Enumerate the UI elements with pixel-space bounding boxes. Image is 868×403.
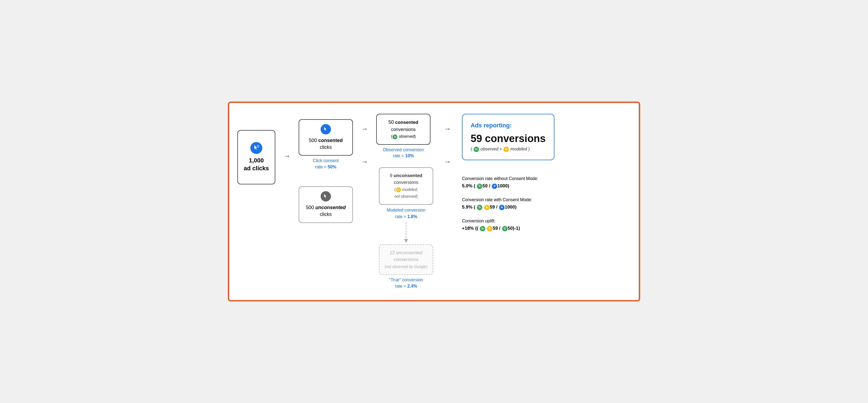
not-observed-count: 12 — [390, 250, 395, 255]
not-observed-conv-box: 12 unconsented conversions (not observed… — [379, 244, 433, 275]
arrow-to-unconsented-conv: → — [358, 157, 371, 166]
arrow-to-ads-lower: → — [441, 157, 454, 166]
consented-type: consented — [318, 138, 343, 143]
obs-rate-value: 10% — [405, 153, 414, 158]
stats-section: Conversion rate without Consent Mode: 5.… — [462, 175, 554, 232]
ads-reporting-title: Ads reporting: — [471, 122, 546, 129]
detail-plus: + — [500, 147, 502, 151]
detail-modeled: modeled — [510, 147, 527, 151]
stat2-green-badge: ↻ — [477, 205, 482, 210]
unconsented-conv-type: unconsented — [394, 173, 422, 178]
true-rate-label: "True" conversion — [389, 278, 423, 282]
click-consent-label: Click consent — [313, 158, 339, 163]
stat3-yellow-badge: ↻ — [487, 226, 492, 231]
main-container: 1,000 ad clicks → 500 — [228, 102, 640, 301]
ad-clicks-word: ad clicks — [244, 165, 269, 172]
unconsented-conv-label: 9 unconsented conversions (↻ modeled; no… — [384, 172, 428, 200]
observed-badge-conv: ↻ — [393, 135, 397, 139]
not-observed-tag-text: not observed by Google — [386, 264, 426, 269]
consented-conv-label: 50 consented conversions (↻ observed) — [382, 119, 425, 140]
unconsented-conv-box: 9 unconsented conversions (↻ modeled; no… — [379, 167, 433, 205]
consented-clicks-box: 500 consented clicks — [299, 119, 353, 155]
consented-clicks-label: 500 consented clicks — [309, 137, 343, 151]
unconsented-conv-count: 9 — [390, 173, 392, 178]
ad-clicks-icon — [250, 142, 262, 154]
true-rate-text: rate = — [395, 284, 407, 288]
consented-conv-type: consented — [395, 120, 418, 125]
unconsented-type: unconsented — [315, 205, 346, 210]
obs-rate-label: Observed conversion — [383, 147, 424, 152]
true-rate: "True" conversion rate = 2.4% — [389, 277, 423, 289]
detail-suffix: ) — [528, 147, 530, 151]
stat-with-consent: Conversion rate with Consent Mode: 5.9% … — [462, 196, 554, 211]
arrow-to-ads-upper: → — [441, 125, 454, 133]
arrow-from-adclicks: → — [281, 152, 293, 160]
unconsented-word: clicks — [320, 211, 332, 217]
ad-clicks-box: 1,000 ad clicks — [237, 130, 275, 184]
consented-conv-box: 50 consented conversions (↻ observed) — [376, 114, 431, 145]
unconsented-clicks-box: 500 unconsented clicks — [299, 186, 353, 223]
not-observed-type: unconsented — [396, 250, 422, 255]
observed-conv-rate: Observed conversion rate = 10% — [383, 147, 424, 159]
modeled-badge: ↻ — [503, 147, 509, 152]
unconsented-conv-word: conversions — [394, 180, 418, 185]
modeled-badge-conv: ↻ — [396, 188, 401, 192]
stat3-label: Conversion uplift: — [462, 217, 554, 225]
dashed-arrow-svg — [398, 223, 414, 244]
not-observed-word: conversions — [394, 257, 418, 262]
true-rate-value: 2.4% — [407, 284, 417, 288]
click-consent-rate: Click consent rate = 50% — [313, 158, 339, 170]
conversions-count: 59 conversions — [471, 133, 546, 144]
consented-clicks-icon — [321, 124, 331, 135]
click-consent-rate-value: 50% — [328, 165, 336, 169]
stat-uplift: Conversion uplift: +18% (( ↻ ↻59 / ↻50)-… — [462, 217, 554, 232]
ads-reporting-box: Ads reporting: 59 conversions ( ↻ observ… — [462, 114, 554, 160]
conversions-detail: ( ↻ observed + ↻ modeled ) — [471, 147, 546, 152]
consented-count: 500 — [309, 138, 317, 143]
stat-no-consent: Conversion rate without Consent Mode: 5.… — [462, 175, 554, 190]
modeled-rate-label-text: Modeled conversion — [386, 208, 425, 212]
stat2-value: 5.9% ( ↻ ↻59 / ✦1000) — [462, 203, 554, 211]
stat3-green-badge: ↻ — [480, 226, 485, 231]
svg-marker-2 — [404, 239, 408, 243]
stat2-blue-badge: ✦ — [499, 205, 504, 210]
click-consent-rate-text: rate = — [315, 165, 328, 169]
stat1-value: 5.0% ( ↻50 / ✦1000) — [462, 182, 554, 190]
modeled-tag: modeled; — [402, 188, 418, 192]
obs-rate-text: rate = — [393, 153, 405, 158]
stat1-label: Conversion rate without Consent Mode: — [462, 175, 554, 182]
detail-observed: observed — [480, 147, 498, 151]
stat3-green-badge2: ↻ — [502, 226, 507, 231]
observed-badge: ↻ — [474, 147, 479, 152]
stat2-label: Conversion rate with Consent Mode: — [462, 196, 554, 203]
consented-conv-word: conversions — [391, 127, 416, 132]
modeled-rate-value: 1.8% — [407, 214, 417, 219]
modeled-rate: Modeled conversion rate = 1.8% — [386, 207, 425, 220]
modeled-rate-text: rate = — [395, 214, 407, 219]
not-observed-tag: not observed — [394, 194, 416, 199]
consented-conv-count: 50 — [389, 119, 394, 125]
consented-word: clicks — [320, 144, 332, 150]
stat3-value: +18% (( ↻ ↻59 / ↻50)-1) — [462, 225, 554, 232]
unconsented-clicks-icon — [321, 191, 331, 202]
observed-tag: observed — [399, 134, 414, 139]
svg-point-0 — [257, 145, 259, 147]
stat1-blue-badge: ✦ — [492, 183, 497, 189]
ad-clicks-count: 1,000 — [249, 157, 264, 164]
stat1-green-badge: ↻ — [477, 183, 482, 189]
unconsented-count: 500 — [306, 205, 314, 210]
unconsented-clicks-label: 500 unconsented clicks — [306, 204, 346, 218]
ad-clicks-label: 1,000 ad clicks — [244, 157, 269, 172]
detail-prefix: ( — [471, 147, 472, 151]
arrow-to-consented-conv: → — [358, 125, 371, 133]
stat2-yellow-badge: ↻ — [484, 205, 490, 210]
not-observed-label: 12 unconsented conversions (not observed… — [384, 249, 428, 270]
